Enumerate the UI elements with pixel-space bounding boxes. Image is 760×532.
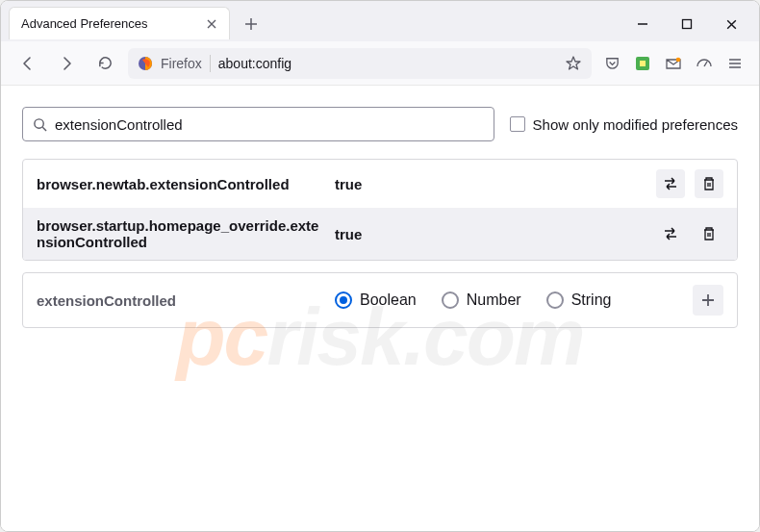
pref-actions (656, 219, 723, 248)
radio-number[interactable]: Number (442, 291, 521, 309)
radio-string[interactable]: String (546, 291, 612, 309)
radio-label: Boolean (360, 291, 417, 309)
type-radio-group: Boolean Number String (335, 291, 681, 309)
dashboard-icon[interactable] (696, 55, 713, 72)
delete-button[interactable] (695, 169, 723, 198)
add-pref-button[interactable] (693, 285, 723, 316)
window-controls (634, 7, 751, 41)
toggle-button[interactable] (656, 219, 685, 248)
pref-search-box[interactable] (22, 107, 494, 141)
pref-name: browser.newtab.extensionControlled (37, 176, 323, 192)
extension-icon[interactable] (634, 55, 651, 72)
page-content: pcrisk.com Show only modified preference… (1, 86, 759, 531)
pref-value: true (335, 226, 645, 242)
urlbar-source-label: Firefox (161, 56, 202, 71)
preference-row[interactable]: browser.newtab.extensionControlled true (23, 160, 737, 208)
radio-label: String (571, 291, 612, 309)
svg-rect-0 (683, 20, 692, 29)
preference-row[interactable]: browser.startup.homepage_override.extens… (23, 208, 737, 260)
browser-tab[interactable]: Advanced Preferences (9, 7, 230, 39)
show-modified-label: Show only modified preferences (533, 116, 738, 133)
url-bar[interactable]: Firefox about:config (128, 48, 592, 79)
firefox-icon (138, 56, 153, 71)
titlebar: Advanced Preferences (1, 1, 759, 41)
back-button[interactable] (13, 48, 43, 79)
urlbar-separator (210, 55, 211, 72)
pref-name: browser.startup.homepage_override.extens… (37, 217, 323, 250)
close-window-button[interactable] (722, 15, 740, 33)
forward-button[interactable] (51, 48, 82, 79)
svg-point-4 (676, 57, 681, 62)
radio-boolean[interactable]: Boolean (335, 291, 417, 309)
toggle-button[interactable] (656, 169, 685, 198)
svg-rect-3 (640, 61, 646, 66)
delete-button[interactable] (695, 219, 723, 248)
radio-label: Number (467, 291, 521, 309)
pref-search-input[interactable] (55, 116, 484, 133)
mail-icon[interactable] (665, 55, 682, 72)
preference-list: browser.newtab.extensionControlled true … (22, 159, 738, 261)
pocket-icon[interactable] (603, 55, 621, 72)
new-tab-button[interactable] (236, 9, 266, 39)
show-modified-checkbox-row[interactable]: Show only modified preferences (510, 116, 738, 133)
close-tab-icon[interactable] (206, 18, 217, 30)
new-pref-name: extensionControlled (37, 292, 323, 309)
svg-point-5 (35, 118, 43, 127)
search-row: Show only modified preferences (22, 107, 738, 141)
show-modified-checkbox[interactable] (510, 116, 525, 132)
navigation-toolbar: Firefox about:config (1, 41, 759, 86)
new-preference-row: extensionControlled Boolean Number Strin… (22, 272, 738, 328)
pref-value: true (335, 176, 645, 192)
reload-button[interactable] (89, 48, 120, 79)
radio-icon (442, 291, 459, 309)
browser-window: Advanced Preferences (0, 0, 760, 532)
radio-icon (546, 291, 564, 309)
toolbar-actions (599, 55, 747, 72)
pref-actions (656, 169, 723, 198)
radio-icon (335, 291, 352, 309)
url-text: about:config (218, 56, 557, 71)
minimize-button[interactable] (634, 15, 651, 33)
menu-icon[interactable] (726, 55, 744, 72)
maximize-button[interactable] (678, 15, 696, 33)
tab-title: Advanced Preferences (21, 16, 148, 31)
bookmark-star-icon[interactable] (565, 55, 582, 72)
search-icon (33, 117, 47, 132)
